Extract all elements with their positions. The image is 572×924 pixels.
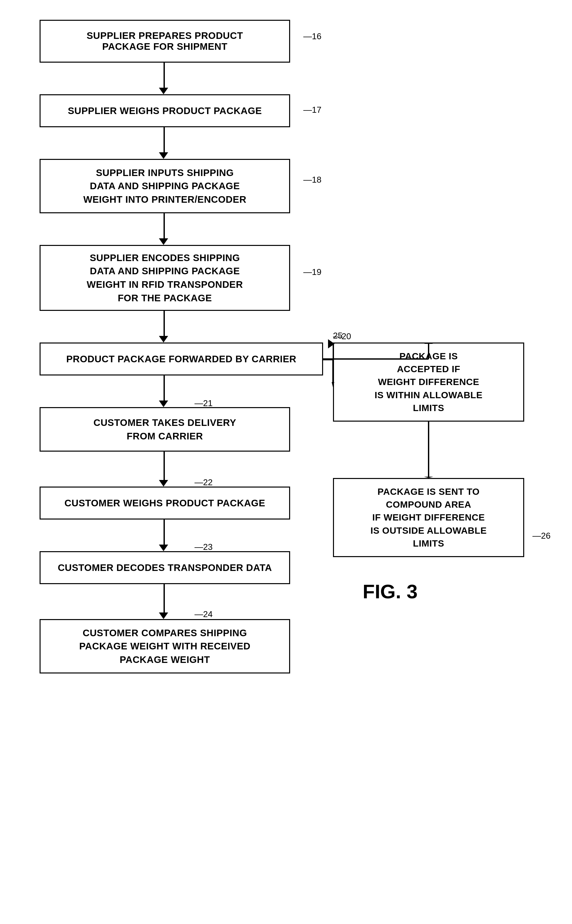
box-18-text: SUPPLIER INPUTS SHIPPING DATA AND SHIPPI… bbox=[83, 166, 247, 207]
arrow-line-8 bbox=[163, 584, 165, 614]
box-21: CUSTOMER TAKES DELIVERY FROM CARRIER bbox=[40, 407, 290, 452]
fig-label: FIG. 3 bbox=[363, 580, 418, 603]
ref-21: —21 bbox=[194, 398, 213, 408]
ref-17: —17 bbox=[303, 105, 322, 115]
box-19: SUPPLIER ENCODES SHIPPING DATA AND SHIPP… bbox=[40, 245, 290, 311]
ref-18: —18 bbox=[303, 175, 322, 185]
box-26-text: PACKAGE IS SENT TO COMPOUND AREA IF WEIG… bbox=[371, 485, 487, 550]
box-26: PACKAGE IS SENT TO COMPOUND AREA IF WEIG… bbox=[333, 478, 524, 557]
box-25-text: PACKAGE IS ACCEPTED IF WEIGHT DIFFERENCE… bbox=[375, 350, 482, 415]
box-24: CUSTOMER COMPARES SHIPPING PACKAGE WEIGH… bbox=[40, 619, 290, 674]
box-20-text: PRODUCT PACKAGE FORWARDED BY CARRIER bbox=[66, 354, 296, 365]
arrowhead-5 bbox=[159, 401, 168, 407]
arrow-line-3 bbox=[163, 213, 165, 240]
box-16-text: SUPPLIER PREPARES PRODUCT PACKAGE FOR SH… bbox=[87, 30, 243, 52]
arrow-line-5 bbox=[163, 376, 165, 402]
arrowhead-7 bbox=[159, 545, 168, 551]
box-23-text: CUSTOMER DECODES TRANSPONDER DATA bbox=[58, 562, 272, 573]
box-19-text: SUPPLIER ENCODES SHIPPING DATA AND SHIPP… bbox=[87, 251, 243, 304]
arrow-line-7 bbox=[163, 520, 165, 546]
arrowhead-4 bbox=[159, 336, 168, 343]
box-20: PRODUCT PACKAGE FORWARDED BY CARRIER bbox=[40, 343, 323, 376]
arrowhead-3 bbox=[159, 238, 168, 245]
box-24-text: CUSTOMER COMPARES SHIPPING PACKAGE WEIGH… bbox=[79, 626, 250, 666]
box-18: SUPPLIER INPUTS SHIPPING DATA AND SHIPPI… bbox=[40, 159, 290, 213]
box-17: SUPPLIER WEIGHS PRODUCT PACKAGE bbox=[40, 94, 290, 127]
box-17-text: SUPPLIER WEIGHS PRODUCT PACKAGE bbox=[68, 106, 262, 116]
arrow-line-2 bbox=[163, 127, 165, 154]
arrow-line-6 bbox=[163, 452, 165, 481]
box-25: PACKAGE IS ACCEPTED IF WEIGHT DIFFERENCE… bbox=[333, 343, 524, 422]
arrowhead-2 bbox=[159, 152, 168, 159]
arrowhead-8 bbox=[159, 612, 168, 619]
arrowhead-into-25 bbox=[328, 339, 335, 348]
box-22: CUSTOMER WEIGHS PRODUCT PACKAGE bbox=[40, 486, 290, 520]
box-16: SUPPLIER PREPARES PRODUCT PACKAGE FOR SH… bbox=[40, 20, 290, 63]
connect-line-h-20-25 bbox=[323, 359, 333, 360]
box-22-text: CUSTOMER WEIGHS PRODUCT PACKAGE bbox=[65, 498, 266, 509]
arrowhead-1 bbox=[159, 88, 168, 94]
arrow-line-4 bbox=[163, 311, 165, 337]
arrow-line-1 bbox=[163, 63, 165, 89]
ref-23: —23 bbox=[194, 542, 213, 552]
ref-24: —24 bbox=[194, 609, 213, 620]
ref-22: —22 bbox=[194, 477, 213, 488]
ref-26: —26 bbox=[532, 531, 550, 541]
ref-16: —16 bbox=[303, 31, 322, 42]
box-21-text: CUSTOMER TAKES DELIVERY FROM CARRIER bbox=[93, 416, 236, 443]
connection-svg bbox=[0, 0, 572, 924]
arrowhead-6 bbox=[159, 480, 168, 486]
diagram-container: SUPPLIER PREPARES PRODUCT PACKAGE FOR SH… bbox=[0, 0, 572, 924]
ref-19: —19 bbox=[303, 267, 322, 277]
box-23: CUSTOMER DECODES TRANSPONDER DATA bbox=[40, 551, 290, 584]
